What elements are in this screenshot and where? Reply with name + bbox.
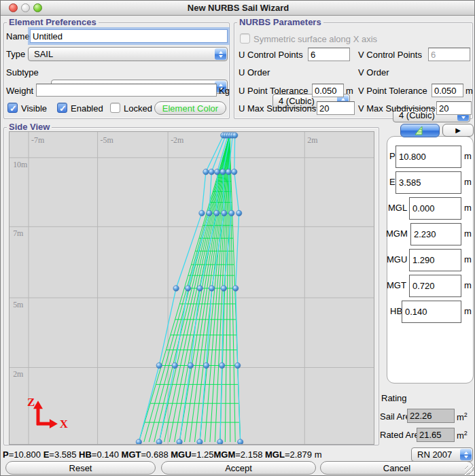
side-view-title: Side View bbox=[7, 122, 52, 132]
e-input[interactable]: 3.585 bbox=[395, 171, 461, 194]
control-point[interactable] bbox=[217, 439, 223, 445]
cancel-button[interactable]: Cancel bbox=[320, 461, 474, 475]
nurbs-parameters-title: NURBS Parameters bbox=[237, 18, 323, 27]
side-view-canvas[interactable]: -7m-5m-2m2m10m7m5m2mZX bbox=[9, 131, 374, 445]
visible-checkbox[interactable] bbox=[7, 103, 18, 113]
rating-dropdown[interactable]: RN 2007 bbox=[411, 447, 473, 462]
window-title: New NURBS Sail Wizard bbox=[1, 1, 475, 16]
mgu-unit: m bbox=[464, 254, 472, 265]
control-point[interactable] bbox=[222, 210, 227, 216]
control-point[interactable] bbox=[236, 210, 242, 216]
control-point[interactable] bbox=[214, 169, 219, 175]
expand-panel-button[interactable]: ▶ bbox=[442, 124, 474, 137]
mgt-label: MGT bbox=[387, 280, 406, 291]
mgu-label: MGU bbox=[387, 254, 407, 265]
play-arrow-icon: ▶ bbox=[455, 126, 461, 134]
v-point-tolerance-input[interactable]: 0.050 bbox=[432, 84, 463, 97]
type-dropdown[interactable]: SAIL bbox=[28, 47, 228, 61]
control-point[interactable] bbox=[232, 169, 237, 175]
locked-checkbox[interactable] bbox=[110, 103, 120, 113]
p-label: P bbox=[389, 151, 395, 162]
name-input[interactable]: Untitled bbox=[30, 29, 228, 43]
control-point[interactable] bbox=[220, 169, 226, 175]
visible-label: Visible bbox=[21, 103, 47, 114]
control-point[interactable] bbox=[229, 210, 234, 216]
control-point[interactable] bbox=[203, 169, 209, 175]
p-input[interactable]: 10.800 bbox=[395, 146, 461, 168]
element-color-button[interactable]: Element Color bbox=[154, 101, 226, 115]
sail-icon bbox=[414, 126, 426, 136]
minimize-button[interactable] bbox=[21, 3, 30, 12]
hb-input[interactable]: 0.140 bbox=[402, 301, 461, 323]
rated-area-unit: m2 bbox=[457, 430, 468, 441]
weight-unit-label: Kg bbox=[219, 86, 230, 97]
zoom-button[interactable] bbox=[33, 3, 42, 12]
symmetric-label: Symmetric surface along X axis bbox=[253, 34, 377, 45]
svg-text:Z: Z bbox=[27, 396, 35, 409]
mgm-unit: m bbox=[464, 228, 472, 239]
control-point[interactable] bbox=[172, 362, 177, 368]
v-point-tolerance-unit: m bbox=[465, 86, 473, 97]
control-point[interactable] bbox=[238, 439, 243, 445]
control-point[interactable] bbox=[197, 439, 203, 445]
resize-grip[interactable] bbox=[465, 466, 474, 475]
control-point[interactable] bbox=[173, 286, 179, 291]
v-control-points-input[interactable]: 6 bbox=[428, 48, 470, 61]
weight-input[interactable] bbox=[36, 84, 217, 97]
control-point[interactable] bbox=[232, 133, 238, 138]
svg-text:5m: 5m bbox=[13, 300, 24, 309]
control-point[interactable] bbox=[177, 439, 182, 445]
svg-text:7m: 7m bbox=[13, 228, 24, 238]
control-point[interactable] bbox=[221, 286, 226, 291]
mgt-input[interactable]: 0.720 bbox=[409, 275, 461, 297]
title-bar[interactable]: New NURBS Sail Wizard bbox=[1, 1, 475, 16]
mgm-input[interactable]: 2.230 bbox=[410, 223, 461, 245]
name-label: Name bbox=[6, 31, 30, 42]
element-preferences-title: Element Preferences bbox=[7, 18, 99, 27]
control-point[interactable] bbox=[188, 362, 193, 368]
close-button[interactable] bbox=[9, 3, 18, 12]
u-point-tolerance-unit: m bbox=[346, 86, 353, 97]
svg-text:10m: 10m bbox=[13, 160, 28, 169]
control-point[interactable] bbox=[197, 286, 203, 291]
control-point[interactable] bbox=[185, 286, 190, 291]
e-label: E bbox=[389, 177, 395, 188]
svg-text:-2m: -2m bbox=[171, 135, 184, 145]
mgl-label: MGL bbox=[388, 203, 407, 214]
svg-text:2m: 2m bbox=[13, 369, 24, 379]
v-max-subdivisions-input[interactable]: 20 bbox=[436, 101, 472, 115]
control-point[interactable] bbox=[209, 169, 214, 175]
sail-area-unit: m2 bbox=[457, 411, 468, 422]
symmetric-checkbox[interactable] bbox=[240, 33, 250, 44]
u-point-tolerance-input[interactable]: 0.050 bbox=[312, 84, 344, 97]
popup-arrows-icon bbox=[460, 449, 472, 460]
mgm-label: MGM bbox=[386, 228, 408, 239]
enabled-checkbox[interactable] bbox=[57, 103, 67, 113]
control-point[interactable] bbox=[207, 210, 212, 216]
u-max-subdivisions-input[interactable]: 20 bbox=[317, 101, 355, 115]
nurbs-sail-wizard-window: { "window": { "title": "New NURBS Sail W… bbox=[0, 0, 475, 476]
control-point[interactable] bbox=[156, 362, 162, 368]
mgl-input[interactable]: 0.000 bbox=[409, 197, 461, 220]
control-point[interactable] bbox=[136, 439, 141, 445]
control-point[interactable] bbox=[214, 210, 219, 216]
hb-unit: m bbox=[464, 306, 472, 316]
control-point[interactable] bbox=[235, 362, 241, 368]
control-point[interactable] bbox=[203, 362, 209, 368]
reset-button[interactable]: Reset bbox=[5, 461, 156, 475]
control-point[interactable] bbox=[199, 210, 205, 216]
control-point[interactable] bbox=[209, 286, 214, 291]
v-order-label: V Order bbox=[358, 67, 389, 78]
control-point[interactable] bbox=[219, 362, 224, 368]
control-point[interactable] bbox=[226, 169, 231, 175]
u-control-points-input[interactable]: 6 bbox=[308, 48, 350, 61]
sail-dimensions-tab[interactable] bbox=[400, 124, 440, 137]
locked-label: Locked bbox=[124, 103, 152, 114]
e-unit: m bbox=[464, 177, 472, 187]
mgu-input[interactable]: 1.290 bbox=[409, 249, 461, 271]
control-point[interactable] bbox=[233, 286, 239, 291]
accept-button[interactable]: Accept bbox=[161, 461, 316, 475]
control-point[interactable] bbox=[156, 439, 162, 445]
u-point-tolerance-label: U Point Tolerance bbox=[239, 86, 308, 97]
popup-arrows-icon bbox=[215, 48, 226, 60]
